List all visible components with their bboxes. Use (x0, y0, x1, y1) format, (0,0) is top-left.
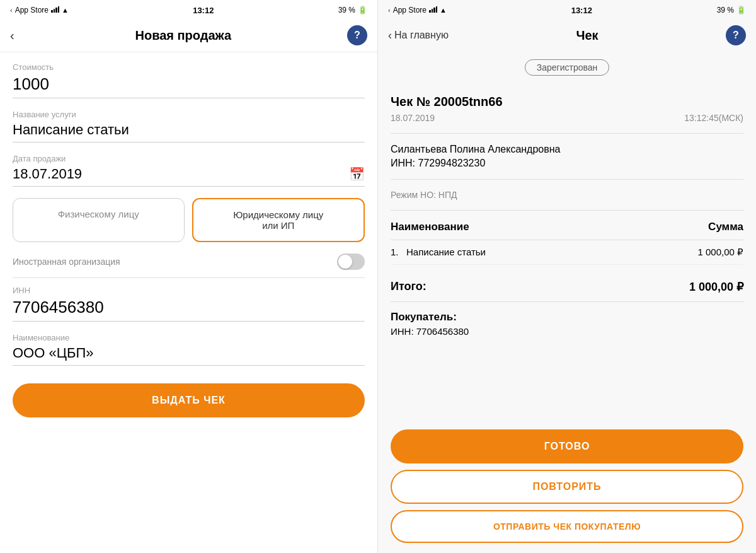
receipt-date: 18.07.2019 (391, 113, 435, 123)
date-field-group: Дата продажи 18.07.2019 📅 (13, 154, 365, 187)
receipt-tax-mode: Режим НО: НПД (391, 190, 743, 211)
org-name-field-group: Наименование ООО «ЦБП» (13, 333, 365, 366)
right-help-button[interactable]: ? (726, 25, 746, 45)
service-field-group: Название услуги Написание статьи (13, 110, 365, 143)
right-status-bar: ‹ App Store ▲ 13:12 39 % 🔋 (378, 0, 756, 19)
left-nav-bar: ‹ Новая продажа ? (0, 19, 377, 52)
status-badge: Зарегистрован (525, 59, 610, 76)
total-label: Итого: (391, 280, 427, 294)
right-signal-bars (429, 6, 437, 13)
left-status-bar: ‹ App Store ▲ 13:12 39 % 🔋 (0, 0, 377, 19)
foreign-org-row: Иностранная организация (13, 253, 365, 278)
right-nav-bar: ‹ На главную Чек ? (378, 19, 756, 52)
table-row-name: Написание статьи (406, 247, 486, 257)
org-name-label: Наименование (13, 333, 365, 342)
right-wifi-icon: ▲ (440, 6, 447, 14)
status-badge-container: Зарегистрован (391, 59, 743, 86)
right-signal-icon (429, 6, 437, 15)
receipt-date-row: 18.07.2019 13:12:45(МСК) (391, 113, 743, 134)
table-row-item: 1. Написание статьи (391, 247, 697, 258)
right-status-chevron-icon: ‹ (388, 6, 391, 14)
right-back-chevron-icon: ‹ (388, 29, 392, 42)
individual-button[interactable]: Физическому лицу (13, 198, 185, 242)
right-back-label: На главную (394, 30, 449, 41)
right-app-store-label: App Store (393, 6, 427, 15)
org-name-value[interactable]: ООО «ЦБП» (13, 345, 365, 366)
status-left: ‹ App Store ▲ (10, 6, 69, 15)
cost-label: Стоимость (13, 62, 365, 72)
cost-value[interactable]: 1000 (13, 74, 365, 98)
bottom-buttons-area: ГОТОВО ПОВТОРИТЬ ОТПРАВИТЬ ЧЕК ПОКУПАТЕЛ… (378, 422, 756, 553)
inn-label: ИНН (13, 286, 365, 295)
table-row-sum: 1 000,00 ₽ (697, 247, 743, 258)
date-field-row: 18.07.2019 📅 (13, 166, 365, 187)
right-status-time: 13:12 (571, 6, 592, 15)
service-value[interactable]: Написание статьи (13, 122, 365, 143)
inn-value[interactable]: 7706456380 (13, 298, 365, 322)
table-header-name: Наименование (391, 221, 469, 233)
total-value: 1 000,00 ₽ (689, 280, 743, 294)
left-help-button[interactable]: ? (347, 25, 367, 45)
right-phone-panel: ‹ App Store ▲ 13:12 39 % 🔋 ‹ На главную … (378, 0, 756, 553)
foreign-org-toggle[interactable] (337, 253, 365, 270)
left-page-title: Новая продажа (20, 28, 347, 43)
left-app-store-label: App Store (15, 6, 49, 15)
calendar-icon[interactable]: 📅 (349, 166, 365, 182)
table-row: 1. Написание статьи 1 000,00 ₽ (391, 247, 743, 265)
right-panel-content: Зарегистрован Чек № 20005tnn66 18.07.201… (378, 52, 756, 422)
issue-receipt-button[interactable]: ВЫДАТЬ ЧЕК (13, 383, 365, 417)
left-panel-content: Стоимость 1000 Название услуги Написание… (0, 52, 377, 553)
receipt-number: Чек № 20005tnn66 (391, 95, 743, 109)
repeat-button[interactable]: ПОВТОРИТЬ (391, 470, 743, 504)
inn-field-group: ИНН 7706456380 (13, 286, 365, 322)
status-right: 39 % 🔋 (338, 6, 367, 15)
receipt-person-name: Силантьева Полина Александровна (391, 144, 743, 155)
left-phone-panel: ‹ App Store ▲ 13:12 39 % 🔋 ‹ Новая прода… (0, 0, 378, 553)
date-value[interactable]: 18.07.2019 (13, 166, 82, 182)
right-page-title: Чек (449, 28, 726, 43)
battery-icon: 🔋 (358, 6, 367, 15)
legal-button-label: Юридическому лицуили ИП (233, 209, 323, 231)
right-back-button[interactable]: ‹ На главную (388, 29, 449, 42)
buyer-title: Покупатель: (391, 311, 743, 323)
battery-percent: 39 % (338, 6, 355, 15)
right-battery-icon: 🔋 (736, 6, 746, 15)
table-row-num: 1. (391, 247, 399, 257)
buyer-inn: ИНН: 7706456380 (391, 326, 743, 337)
left-status-time: 13:12 (193, 6, 214, 15)
receipt-table: Наименование Сумма 1. Написание статьи 1… (391, 221, 743, 265)
right-status-right: 39 % 🔋 (717, 6, 746, 15)
right-status-left: ‹ App Store ▲ (388, 6, 447, 15)
receipt-time: 13:12:45(МСК) (684, 113, 743, 123)
signal-bars (51, 6, 59, 13)
signal-icon (51, 6, 59, 15)
receipt-person-inn: ИНН: 772994823230 (391, 158, 743, 180)
receipt-table-header: Наименование Сумма (391, 221, 743, 240)
left-back-button[interactable]: ‹ (10, 28, 14, 43)
service-label: Название услуги (13, 110, 365, 119)
send-receipt-button[interactable]: ОТПРАВИТЬ ЧЕК ПОКУПАТЕЛЮ (391, 510, 743, 543)
table-header-sum: Сумма (708, 221, 743, 233)
cost-field-group: Стоимость 1000 (13, 62, 365, 98)
legal-button[interactable]: Юридическому лицуили ИП (192, 198, 365, 242)
buyer-section: Покупатель: ИНН: 7706456380 (391, 311, 743, 337)
wifi-icon: ▲ (62, 6, 69, 14)
status-chevron-icon: ‹ (10, 6, 13, 14)
foreign-org-label: Иностранная организация (13, 257, 120, 267)
customer-type-buttons: Физическому лицу Юридическому лицуили ИП (13, 198, 365, 242)
right-battery-percent: 39 % (717, 6, 734, 15)
ready-button[interactable]: ГОТОВО (391, 429, 743, 463)
receipt-total-row: Итого: 1 000,00 ₽ (391, 272, 743, 302)
date-label: Дата продажи (13, 154, 365, 163)
